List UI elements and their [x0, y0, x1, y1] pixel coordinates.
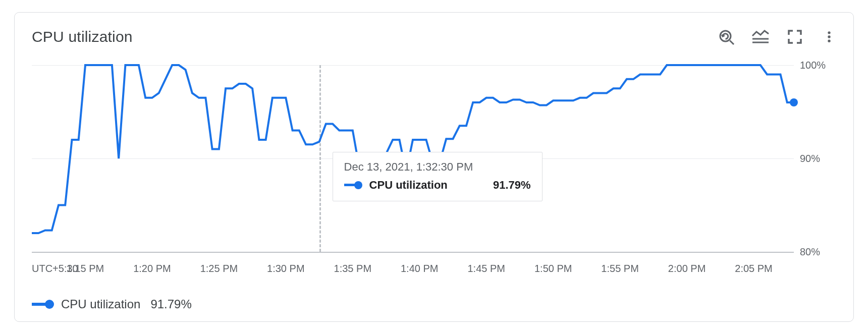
legend-series-marker	[32, 300, 54, 309]
more-vertical-icon	[822, 29, 836, 45]
xtick-4: 1:35 PM	[334, 263, 371, 274]
ytick-80: 80%	[800, 246, 840, 258]
fullscreen-button[interactable]	[785, 27, 805, 47]
xtick-3: 1:30 PM	[267, 263, 304, 274]
reset-zoom-button[interactable]	[716, 27, 736, 47]
xtick-9: 2:00 PM	[668, 263, 706, 274]
plot-inner: Dec 13, 2021, 1:32:30 PM CPU utilization…	[32, 65, 794, 252]
reset-zoom-icon	[717, 28, 735, 46]
svg-point-5	[828, 35, 830, 38]
ytick-100: 100%	[800, 60, 840, 71]
chart-toolbar	[716, 27, 839, 47]
tooltip-series-value: 91.79%	[493, 179, 531, 192]
plot-area[interactable]: Dec 13, 2021, 1:32:30 PM CPU utilization…	[32, 65, 839, 272]
x-axis-line	[32, 252, 794, 253]
chart-header: CPU utilization	[15, 13, 853, 61]
chart-title: CPU utilization	[32, 28, 133, 45]
svg-point-4	[828, 31, 830, 34]
xtick-8: 1:55 PM	[601, 263, 638, 274]
xtick-6: 1:45 PM	[467, 263, 505, 274]
xtick-1: 1:20 PM	[133, 263, 171, 274]
legend-toggle-button[interactable]	[750, 27, 771, 47]
more-options-button[interactable]	[819, 27, 839, 47]
xtick-2: 1:25 PM	[200, 263, 238, 274]
svg-line-1	[730, 40, 734, 44]
legend-series-value: 91.79%	[150, 297, 191, 311]
x-axis: UTC+5:30 1:15 PM 1:20 PM 1:25 PM 1:30 PM…	[32, 263, 794, 279]
legend-icon	[751, 30, 770, 44]
legend-series-name: CPU utilization	[61, 297, 140, 311]
ytick-90: 90%	[800, 153, 840, 164]
svg-point-6	[828, 39, 830, 42]
xtick-0: 1:15 PM	[67, 263, 104, 274]
tooltip-series-name: CPU utilization	[369, 179, 448, 192]
legend[interactable]: CPU utilization 91.79%	[32, 297, 192, 311]
xtick-5: 1:40 PM	[401, 263, 438, 274]
svg-point-7	[790, 98, 798, 106]
xtick-7: 1:50 PM	[534, 263, 572, 274]
tooltip-series-marker	[344, 181, 362, 189]
xtick-10: 2:05 PM	[735, 263, 772, 274]
tooltip-row: CPU utilization 91.79%	[344, 179, 531, 192]
chart-card: CPU utilization	[14, 12, 854, 322]
fullscreen-icon	[787, 29, 803, 45]
tooltip: Dec 13, 2021, 1:32:30 PM CPU utilization…	[333, 152, 542, 201]
tooltip-timestamp: Dec 13, 2021, 1:32:30 PM	[344, 160, 531, 174]
